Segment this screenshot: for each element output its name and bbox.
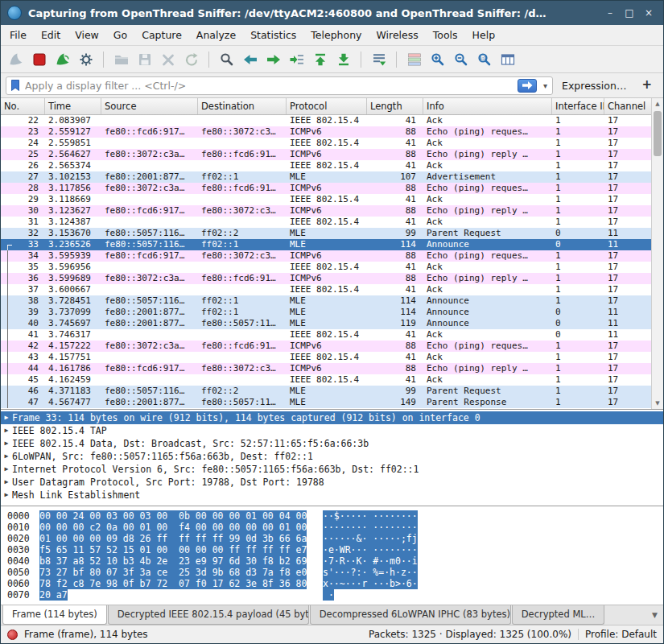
detail-line[interactable]: ▶IEEE 802.15.4 Data, Dst: Broadcast, Src… <box>1 437 663 450</box>
detail-line[interactable]: ▶User Datagram Protocol, Src Port: 19788… <box>1 476 663 489</box>
restart-capture-icon[interactable] <box>52 48 73 70</box>
filter-add-button[interactable]: + <box>635 77 658 93</box>
packet-list-scrollbar[interactable]: ▲ ▼ <box>651 98 663 409</box>
detail-line[interactable]: ▶Mesh Link Establishment <box>1 489 663 502</box>
packet-row[interactable]: 424.157222fe80::3072:c3a…fe80::fcd6:91…I… <box>1 341 651 352</box>
hex-row[interactable]: 001000 00 00 c2 0a 00 01 00 f4 00 00 00 … <box>7 522 663 533</box>
find-packet-icon[interactable] <box>216 48 237 70</box>
menu-telephony[interactable]: Telephony <box>303 26 369 44</box>
menu-capture[interactable]: Capture <box>134 26 189 44</box>
packet-row[interactable]: 333.236526fe80::5057:116…ff02::1MLE114An… <box>1 239 651 250</box>
hex-row[interactable]: 0030f5 65 11 57 52 15 01 00 00 00 00 ff … <box>7 544 663 555</box>
column-header-protocol[interactable]: Protocol <box>287 98 367 114</box>
expand-arrow-icon[interactable]: ▶ <box>1 424 12 437</box>
filter-dropdown-caret-icon[interactable]: ▾ <box>541 81 550 90</box>
hex-row[interactable]: 007020 a7 · <box>7 589 663 601</box>
column-header-time[interactable]: Time <box>45 98 101 114</box>
stop-capture-icon[interactable] <box>28 48 50 70</box>
detail-line[interactable]: ▶IEEE 802.15.4 TAP <box>1 424 663 437</box>
packet-row[interactable]: 303.123627fe80::fcd6:917…fe80::3072:c3…I… <box>1 205 651 217</box>
packet-row[interactable]: 454.162459IEEE 802.15.441Ack117 <box>1 374 651 386</box>
column-header-destination[interactable]: Destination <box>198 98 287 114</box>
maximize-button[interactable]: □ <box>621 6 637 20</box>
column-header-channel[interactable]: Channel <box>604 98 653 114</box>
packet-row[interactable]: 262.565374IEEE 802.15.441Ack117 <box>1 160 651 171</box>
packet-row[interactable]: 464.371183fe80::5057:116…ff02::2MLE99Par… <box>1 386 651 397</box>
title-bar[interactable]: Capturing from OpenThread Sniffer: /dev/… <box>1 1 663 25</box>
profile-text[interactable]: Profile: Default <box>585 629 657 640</box>
packet-row[interactable]: 403.745697fe80::2001:877…fe80::5057:11…M… <box>1 318 651 329</box>
expert-info-icon[interactable] <box>7 630 18 640</box>
column-header-interface-id[interactable]: Interface ID <box>552 98 604 114</box>
close-button[interactable]: × <box>641 6 657 20</box>
menu-view[interactable]: View <box>68 26 106 44</box>
go-first-icon[interactable] <box>309 48 331 70</box>
packet-row[interactable]: 323.153670fe80::5057:116…ff02::2MLE99Par… <box>1 228 651 239</box>
expand-arrow-icon[interactable]: ▶ <box>1 463 12 476</box>
hex-row[interactable]: 0040b8 37 a8 52 10 b3 4b 2e 23 e9 97 6d … <box>7 555 663 567</box>
auto-scroll-icon[interactable] <box>368 48 390 70</box>
hex-row[interactable]: 006078 f2 c8 7e 98 0f b7 72 07 f0 17 62 … <box>7 578 663 589</box>
column-header-length[interactable]: Length <box>367 98 423 114</box>
scroll-down-icon[interactable]: ▼ <box>652 398 663 409</box>
packet-row[interactable]: 242.559851IEEE 802.15.441Ack117 <box>1 138 651 149</box>
menu-edit[interactable]: Edit <box>34 26 68 44</box>
zoom-out-icon[interactable] <box>450 48 472 70</box>
detail-line[interactable]: ▶Internet Protocol Version 6, Src: fe80:… <box>1 463 663 476</box>
packet-row[interactable]: 474.567477fe80::2001:877…fe80::5057:11…M… <box>1 397 651 408</box>
minimize-button[interactable]: – <box>602 6 618 20</box>
byte-view-tab-1[interactable]: Decrypted IEEE 802.15.4 payload (45 byte… <box>108 605 309 625</box>
packet-row[interactable]: 353.596956IEEE 802.15.441Ack117 <box>1 262 651 273</box>
go-to-packet-icon[interactable] <box>286 48 307 70</box>
tab-list-button[interactable]: ▼ <box>648 611 662 619</box>
packet-row[interactable]: 252.564627fe80::3072:c3a…fe80::fcd6:91…I… <box>1 149 651 160</box>
hex-row[interactable]: 005073 27 bf 80 07 3f 3a ce 25 3d 9b 68 … <box>7 567 663 578</box>
packet-row[interactable]: 273.102153fe80::2001:877…ff02::1MLE107Ad… <box>1 171 651 183</box>
zoom-original-icon[interactable]: 1:1 <box>473 48 495 70</box>
menu-statistics[interactable]: Statistics <box>243 26 303 44</box>
expression-button[interactable]: Expression… <box>559 80 629 92</box>
packet-row[interactable]: 413.746317IEEE 802.15.441Ack011 <box>1 329 651 341</box>
packet-row[interactable]: 393.737099fe80::2001:877…ff02::1MLE114An… <box>1 307 651 318</box>
menu-tools[interactable]: Tools <box>426 26 465 44</box>
go-forward-icon[interactable] <box>262 48 284 70</box>
packet-row[interactable]: 313.124387IEEE 802.15.441Ack117 <box>1 217 651 228</box>
menu-help[interactable]: Help <box>465 26 503 44</box>
resize-columns-icon[interactable] <box>497 48 518 70</box>
filter-input[interactable]: Apply a display filter ... <Ctrl-/> ▾ <box>6 76 553 95</box>
packet-row[interactable]: 293.118669IEEE 802.15.441Ack117 <box>1 194 651 205</box>
detail-line[interactable]: ▶Frame 33: 114 bytes on wire (912 bits),… <box>1 411 663 424</box>
filter-bookmark-icon[interactable] <box>10 79 21 92</box>
packet-row[interactable]: 434.157751IEEE 802.15.441Ack117 <box>1 352 651 363</box>
byte-view-tab-0[interactable]: Frame (114 bytes) <box>2 605 107 625</box>
packet-row[interactable]: 222.083907IEEE 802.15.441Ack117 <box>1 115 651 126</box>
packet-row[interactable]: 363.599689fe80::3072:c3a…fe80::fcd6:91…I… <box>1 273 651 284</box>
detail-line[interactable]: ▶6LoWPAN, Src: fe80::5057:1165:f56a:663b… <box>1 450 663 463</box>
hex-row[interactable]: 002001 00 00 00 09 d8 26 ff ff ff ff 99 … <box>7 533 663 544</box>
menu-analyze[interactable]: Analyze <box>189 26 243 44</box>
packet-row[interactable]: 444.161786fe80::fcd6:917…fe80::3072:c3…I… <box>1 363 651 374</box>
packet-row[interactable]: 232.559127fe80::fcd6:917…fe80::3072:c3…I… <box>1 126 651 138</box>
hex-row[interactable]: 000000 00 24 00 03 00 03 00 0b 00 00 00 … <box>7 510 663 522</box>
byte-view-tab-3[interactable]: Decrypted ML… <box>512 605 604 625</box>
expand-arrow-icon[interactable]: ▶ <box>1 450 12 463</box>
packet-row[interactable]: 383.728451fe80::5057:116…ff02::1MLE114An… <box>1 295 651 307</box>
packet-row[interactable]: 343.595939fe80::fcd6:917…fe80::3072:c3…I… <box>1 250 651 262</box>
column-header-source[interactable]: Source <box>101 98 198 114</box>
go-back-icon[interactable] <box>239 48 261 70</box>
expand-arrow-icon[interactable]: ▶ <box>1 411 12 424</box>
scroll-up-icon[interactable]: ▲ <box>652 98 663 109</box>
packet-row[interactable]: 373.600667IEEE 802.15.441Ack117 <box>1 284 651 295</box>
column-header-no[interactable]: No. <box>1 98 45 114</box>
byte-view-tab-2[interactable]: Decompressed 6LoWPAN IPHC (83 bytes) <box>310 605 511 625</box>
column-header-info[interactable]: Info <box>423 98 552 114</box>
go-last-icon[interactable] <box>332 48 354 70</box>
capture-options-icon[interactable] <box>75 48 97 70</box>
expand-arrow-icon[interactable]: ▶ <box>1 476 12 489</box>
scrollbar-thumb[interactable] <box>654 111 662 156</box>
expand-arrow-icon[interactable]: ▶ <box>1 437 12 450</box>
filter-apply-button[interactable] <box>518 79 537 93</box>
menu-wireless[interactable]: Wireless <box>369 26 425 44</box>
colorize-icon[interactable] <box>403 48 425 70</box>
packet-row[interactable]: 283.117856fe80::3072:c3a…fe80::fcd6:91…I… <box>1 183 651 194</box>
